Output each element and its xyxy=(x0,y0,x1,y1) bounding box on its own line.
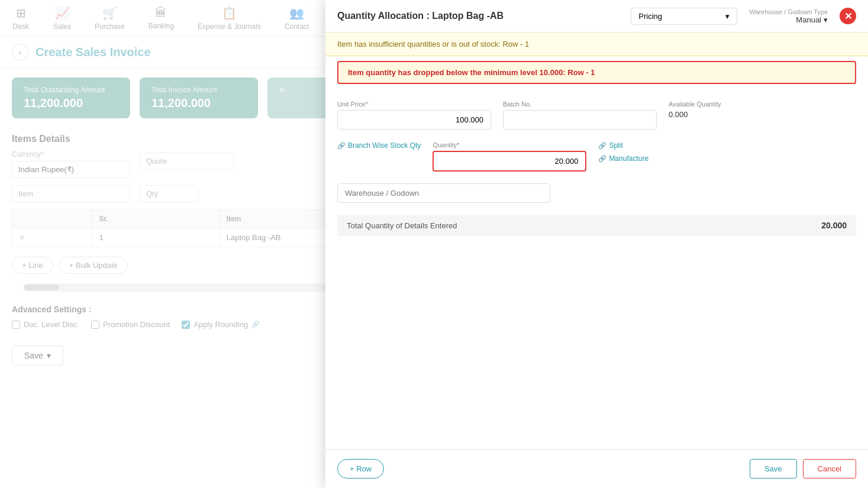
apply-rounding-link-icon[interactable]: 🔗 xyxy=(251,321,260,328)
outstanding-value: 11,200.000 xyxy=(24,96,118,110)
total-value: 20.000 xyxy=(821,221,847,230)
warehouse-type-value-btn[interactable]: Manual ▾ xyxy=(796,15,828,24)
warehouse-type-label: Warehouse / Godown Type xyxy=(749,8,828,15)
warehouse-godown-field xyxy=(337,183,550,203)
add-line-button[interactable]: + Line xyxy=(12,257,53,274)
manufacture-icon: 🔗 xyxy=(598,155,606,163)
currency-label: Currency* xyxy=(12,150,130,159)
pricing-dropdown[interactable]: Pricing ▾ xyxy=(631,8,737,25)
doc-level-disc-label: Doc. Level Disc. xyxy=(24,320,79,329)
nav-desk[interactable]: ⊞ Desk xyxy=(6,1,36,35)
available-quantity: Available Quantity 0.000 xyxy=(669,101,721,119)
sales-icon: 📈 xyxy=(55,6,70,20)
modal-header-right: Pricing ▾ Warehouse / Godown Type Manual… xyxy=(631,8,856,25)
split-icon: 🔗 xyxy=(598,142,606,150)
quantity-label: Quantity* xyxy=(433,141,586,148)
promotion-discount-checkbox[interactable] xyxy=(91,321,99,329)
invoice-label: Total Invoice Amount xyxy=(151,86,246,94)
branch-wise-stock-link[interactable]: 🔗 Branch Wise Stock Qty xyxy=(337,141,421,150)
save-dropdown-icon: ▾ xyxy=(47,351,51,360)
scrollbar-thumb xyxy=(24,285,59,290)
error-banner-2: Item quantity has dropped below the mini… xyxy=(337,61,856,84)
expense-icon: 📋 xyxy=(222,6,237,20)
doc-level-disc-checkbox[interactable] xyxy=(12,321,20,329)
batch-no-input[interactable] xyxy=(503,110,657,130)
split-button[interactable]: 🔗 Split xyxy=(598,141,648,150)
modal-title: Quantity Allocation : Laptop Bag -AB xyxy=(337,11,504,21)
apply-rounding-item: Apply Rounding 🔗 xyxy=(182,320,260,329)
currency-input[interactable] xyxy=(12,161,130,178)
row-sr: 1 xyxy=(92,228,219,247)
item-input[interactable] xyxy=(12,185,130,202)
outstanding-label: Total Outstanding Amount xyxy=(24,86,118,94)
page-title: Create Sales Invoice xyxy=(36,46,151,59)
nav-sales[interactable]: 📈 Sales xyxy=(47,1,77,35)
summary-card-invoice: Total Invoice Amount 11,200.000 xyxy=(140,77,258,118)
quantity-input[interactable] xyxy=(433,151,586,172)
nav-banking[interactable]: 🏛 Banking xyxy=(143,1,180,35)
back-button[interactable]: ‹ xyxy=(12,44,28,60)
modal-row-2: 🔗 Branch Wise Stock Qty Quantity* 🔗 Spli… xyxy=(337,141,856,172)
pricing-label: Pricing xyxy=(638,12,662,21)
quote-field xyxy=(140,150,234,178)
purchase-icon: 🛒 xyxy=(102,6,117,20)
invoice-value: 11,200.000 xyxy=(151,96,246,110)
nav-expense[interactable]: 📋 Expense & Journals xyxy=(192,1,267,35)
branch-link-icon: 🔗 xyxy=(337,142,346,150)
modal-cancel-button[interactable]: Cancel xyxy=(803,459,856,479)
contact-icon: 👥 xyxy=(289,6,304,20)
modal-row-3 xyxy=(337,183,856,203)
main-save-button[interactable]: Save ▾ xyxy=(12,345,63,366)
modal-body: Unit Price* Batch No. Available Quantity… xyxy=(325,89,868,449)
col-sr-num: Sr. xyxy=(92,210,219,228)
modal-footer: + Row Save Cancel xyxy=(325,449,868,488)
promotion-discount-item: Promotion Discount xyxy=(91,320,170,329)
promotion-discount-label: Promotion Discount xyxy=(103,320,170,329)
summary-card-outstanding: Total Outstanding Amount 11,200.000 xyxy=(12,77,130,118)
total-label: Total Quantity of Details Entered xyxy=(347,221,457,230)
desk-icon: ⊞ xyxy=(16,6,26,20)
bulk-update-button[interactable]: + Bulk Update xyxy=(59,257,128,274)
quote-input[interactable] xyxy=(140,153,234,170)
quantity-field: Quantity* xyxy=(433,141,586,172)
avail-qty-value: 0.000 xyxy=(669,110,721,119)
footer-actions: Save Cancel xyxy=(750,459,856,479)
modal-close-button[interactable]: ✕ xyxy=(840,8,856,24)
nav-purchase[interactable]: 🛒 Purchase xyxy=(89,1,131,35)
drag-handle[interactable]: ≡ xyxy=(12,228,92,247)
split-manufacture-actions: 🔗 Split 🔗 Manufacture xyxy=(598,141,648,163)
unit-price-field: Unit Price* xyxy=(337,101,491,130)
unit-price-input[interactable] xyxy=(337,110,491,130)
pricing-arrow-icon: ▾ xyxy=(725,12,730,21)
warehouse-godown-input[interactable] xyxy=(337,183,550,203)
warning-text-1: Item has insufficient quantities or is o… xyxy=(337,40,529,49)
warehouse-godown-type: Warehouse / Godown Type Manual ▾ xyxy=(749,8,828,24)
modal-header: Quantity Allocation : Laptop Bag -AB Pri… xyxy=(325,0,868,33)
avail-qty-label: Available Quantity xyxy=(669,101,721,108)
batch-no-label: Batch No. xyxy=(503,101,657,108)
currency-field: Currency* xyxy=(12,150,130,178)
qty-field xyxy=(140,185,199,202)
apply-rounding-label: Apply Rounding xyxy=(193,320,248,329)
total-quantity-row: Total Quantity of Details Entered 20.000 xyxy=(337,215,856,236)
add-row-button[interactable]: + Row xyxy=(337,459,384,479)
batch-no-field: Batch No. xyxy=(503,101,657,130)
item-field xyxy=(12,185,130,202)
qty-input[interactable] xyxy=(140,185,199,202)
doc-level-disc-item: Doc. Level Disc. xyxy=(12,320,79,329)
col-sr xyxy=(12,210,92,228)
unit-price-label: Unit Price* xyxy=(337,101,491,108)
error-text-2: Item quantity has dropped below the mini… xyxy=(348,68,595,77)
modal-save-button[interactable]: Save xyxy=(750,459,797,479)
apply-rounding-checkbox[interactable] xyxy=(182,321,190,329)
warehouse-type-arrow-icon: ▾ xyxy=(824,15,828,24)
nav-contact[interactable]: 👥 Contact xyxy=(279,1,315,35)
quantity-allocation-modal: Quantity Allocation : Laptop Bag -AB Pri… xyxy=(325,0,868,488)
modal-row-1: Unit Price* Batch No. Available Quantity… xyxy=(337,101,856,130)
warning-banner-1: Item has insufficient quantities or is o… xyxy=(325,33,868,56)
banking-icon: 🏛 xyxy=(155,6,167,20)
manufacture-button[interactable]: 🔗 Manufacture xyxy=(598,154,648,163)
